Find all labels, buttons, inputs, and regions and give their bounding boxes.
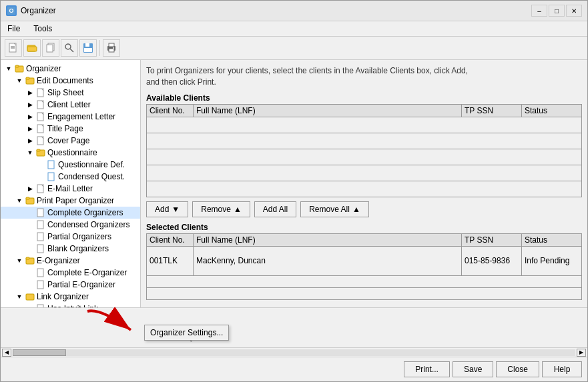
tree-item-partial-e-organizer[interactable]: ▶ Partial E-Organizer — [1, 279, 140, 291]
add-dropdown-icon: ▼ — [172, 205, 180, 214]
add-all-label: Add All — [263, 205, 288, 214]
available-empty-row-4 — [147, 165, 582, 181]
svg-rect-28 — [37, 149, 40, 151]
expander-slip-sheet[interactable]: ▶ — [25, 87, 35, 98]
find-button[interactable] — [61, 39, 78, 57]
expander-client-letter[interactable]: ▶ — [25, 99, 35, 110]
menu-tools[interactable]: Tools — [29, 23, 56, 35]
organizer-settings-button[interactable]: Organizer Settings... — [144, 325, 229, 341]
expander-title-page[interactable]: ▶ — [25, 123, 35, 134]
selected-clients-body[interactable]: 001TLK MacKenny, Duncan 015-85-9836 Info… — [147, 246, 582, 299]
svg-rect-16 — [109, 49, 114, 52]
svg-rect-19 — [15, 65, 19, 67]
tree-item-questionnaire[interactable]: ▼ Questionnaire — [1, 147, 140, 159]
tree-item-link-organizer[interactable]: ▼ Link Organizer — [1, 291, 140, 303]
tree-label-slip-sheet: Slip Sheet — [47, 88, 84, 97]
svg-rect-33 — [26, 197, 29, 199]
title-left: O Organizer — [6, 5, 56, 16]
tree-item-title-page[interactable]: ▶ Title Page — [1, 123, 140, 135]
sidebar: ▼ Organizer ▼ Edit Documents ▶ Slip Shee… — [1, 60, 141, 307]
available-clients-body[interactable] — [147, 117, 582, 197]
email-letter-icon — [35, 183, 46, 194]
print-paper-icon — [25, 195, 35, 206]
window-title: Organizer — [21, 6, 56, 15]
add-button[interactable]: Add ▼ — [146, 201, 188, 217]
tree-item-complete-organizers[interactable]: ▶ Complete Organizers — [1, 207, 140, 219]
expander-print-paper[interactable]: ▼ — [14, 195, 25, 206]
save-toolbar-button[interactable] — [79, 39, 97, 57]
tree-item-condensed-organizers[interactable]: ▶ Condensed Organizers — [1, 219, 140, 231]
selected-clients-title: Selected Clients — [146, 223, 582, 232]
maximize-button[interactable]: □ — [549, 5, 565, 17]
scrollbar-track[interactable] — [13, 349, 575, 356]
svg-rect-41 — [37, 281, 43, 289]
main-window: O Organizer – □ ✕ File Tools — [0, 0, 588, 382]
horizontal-scrollbar[interactable]: ◀ ▶ — [1, 347, 587, 357]
print-toolbar-button[interactable] — [103, 39, 120, 57]
expander-cover-page[interactable]: ▶ — [25, 135, 35, 146]
expander-edit-docs[interactable]: ▼ — [14, 75, 25, 86]
save-button[interactable]: Save — [453, 361, 493, 377]
minimize-button[interactable]: – — [531, 5, 547, 17]
add-all-button[interactable]: Add All — [254, 201, 296, 217]
tree-item-client-letter[interactable]: ▶ Client Letter — [1, 99, 140, 111]
expander-email-letter[interactable]: ▶ — [25, 183, 35, 194]
tree-item-partial-organizers[interactable]: ▶ Partial Organizers — [1, 231, 140, 243]
svg-rect-34 — [37, 209, 43, 217]
remove-button[interactable]: Remove ▲ — [192, 201, 250, 217]
svg-rect-30 — [48, 173, 54, 181]
close-button[interactable]: Close — [496, 361, 539, 377]
print-button[interactable]: Print... — [404, 361, 450, 377]
tree-item-questionnaire-def[interactable]: ▶ Questionnaire Def. — [1, 159, 140, 171]
scrollbar-thumb[interactable] — [13, 349, 66, 356]
new-button[interactable] — [5, 39, 22, 57]
scroll-right-button[interactable]: ▶ — [577, 349, 586, 357]
remove-all-button[interactable]: Remove All ▲ — [300, 201, 369, 217]
tree-label-partial-e-organizer: Partial E-Organizer — [47, 280, 115, 289]
toolbar-separator — [99, 40, 100, 56]
expander-engagement-letter[interactable]: ▶ — [25, 111, 35, 122]
tree-item-email-letter[interactable]: ▶ E-Mail Letter — [1, 183, 140, 195]
remove-all-label: Remove All — [309, 205, 350, 214]
tree-item-e-organizer[interactable]: ▼ E-Organizer — [1, 255, 140, 267]
tree-item-organizer[interactable]: ▼ Organizer — [1, 63, 140, 75]
condensed-organizers-icon — [35, 219, 46, 230]
close-window-button[interactable]: ✕ — [566, 5, 582, 17]
blank-organizers-icon — [35, 243, 46, 254]
partial-organizers-icon — [35, 231, 46, 242]
title-page-icon — [35, 123, 46, 134]
expander-link-organizer[interactable]: ▼ — [14, 291, 25, 302]
action-buttons-row: Add ▼ Remove ▲ Add All Remove All ▲ — [146, 201, 582, 217]
tree-item-cover-page[interactable]: ▶ Cover Page — [1, 135, 140, 147]
tree-item-print-paper-organizer[interactable]: ▼ Print Paper Organizer — [1, 195, 140, 207]
tree-item-engagement-letter[interactable]: ▶ Engagement Letter — [1, 111, 140, 123]
tree-label-engagement-letter: Engagement Letter — [47, 112, 115, 121]
tree-label-cover-page: Cover Page — [47, 136, 89, 145]
remove-label: Remove — [201, 205, 231, 214]
selected-empty-row-2 — [147, 287, 582, 299]
tree-item-blank-organizers[interactable]: ▶ Blank Organizers — [1, 243, 140, 255]
selected-client-row-0[interactable]: 001TLK MacKenny, Duncan 015-85-9836 Info… — [147, 246, 582, 275]
tree-item-edit-documents[interactable]: ▼ Edit Documents — [1, 75, 140, 87]
svg-rect-36 — [37, 233, 43, 241]
open-button[interactable] — [23, 39, 41, 57]
svg-rect-37 — [37, 245, 43, 253]
available-empty-row-3 — [147, 149, 582, 165]
expander-organizer[interactable]: ▼ — [3, 63, 14, 74]
svg-rect-12 — [85, 43, 89, 47]
tree-item-slip-sheet[interactable]: ▶ Slip Sheet — [1, 87, 140, 99]
svg-point-17 — [113, 47, 114, 49]
tree-item-condensed-quest[interactable]: ▶ Condensed Quest. — [1, 171, 140, 183]
scroll-left-button[interactable]: ◀ — [2, 349, 11, 357]
copy-button[interactable] — [42, 39, 59, 57]
svg-line-10 — [70, 49, 73, 52]
tree-item-complete-e-organizer[interactable]: ▶ Complete E-Organizer — [1, 267, 140, 279]
expander-questionnaire[interactable]: ▼ — [25, 147, 35, 158]
complete-e-organizer-icon — [35, 267, 46, 278]
client-letter-icon — [35, 99, 46, 110]
help-button[interactable]: Help — [542, 361, 582, 377]
selected-empty-row — [147, 275, 582, 287]
expander-e-organizer[interactable]: ▼ — [14, 255, 25, 266]
remove-dropdown-icon: ▲ — [234, 205, 242, 214]
menu-file[interactable]: File — [3, 23, 24, 35]
